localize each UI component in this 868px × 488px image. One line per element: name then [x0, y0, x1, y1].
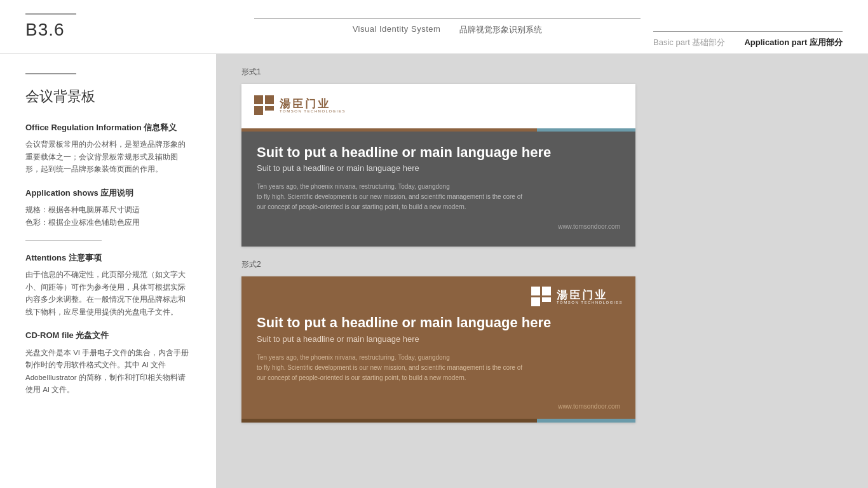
card1-website: www.tomsondoor.com: [558, 223, 620, 230]
card1: 湯臣门业 TOMSON TECHNOLOGIES Suit to put a h…: [241, 84, 635, 247]
section-cdrom-title: CD-ROM file 光盘文件: [25, 330, 191, 341]
svg-rect-4: [531, 287, 540, 295]
sidebar-section-app: Application shows 应用说明 规格：根据各种电脑屏幕尺寸调适 色…: [25, 187, 191, 229]
card2-footer: www.tomsondoor.com: [241, 393, 635, 419]
card1-bar-teal: [537, 128, 635, 132]
section-app-title: Application shows 应用说明: [25, 187, 191, 199]
svg-rect-7: [542, 297, 551, 302]
page-code: B3.6: [25, 20, 241, 40]
card1-body-text: Ten years ago, the phoenix nirvana, rest…: [257, 182, 620, 212]
card2-logo-cn: 湯臣门业: [557, 290, 623, 301]
card2: 湯臣门业 TOMSON TECHNOLOGIES Suit to put a h…: [241, 276, 635, 422]
card1-wrapper: 湯臣门业 TOMSON TECHNOLOGIES Suit to put a h…: [241, 84, 843, 247]
card2-wrapper: 湯臣门业 TOMSON TECHNOLOGIES Suit to put a h…: [241, 276, 843, 422]
svg-rect-1: [265, 95, 274, 104]
svg-rect-6: [531, 297, 540, 306]
card2-bar-teal: [537, 419, 635, 423]
card1-headline-big: Suit to put a headline or main language …: [257, 144, 620, 161]
tomson-logo-icon: [254, 95, 276, 117]
section-app-body: 规格：根据各种电脑屏幕尺寸调适 色彩：根据企业标准色辅助色应用: [25, 204, 191, 229]
header-right: Basic part 基础部分 Application part 应用部分: [653, 31, 843, 48]
sidebar: 会议背景板 Office Regulation Information 信息释义…: [0, 54, 216, 488]
header: B3.6 Visual Identity System 品牌视觉形象识别系统 B…: [0, 0, 868, 54]
header-left: B3.6: [25, 13, 241, 40]
card2-logo: 湯臣门业 TOMSON TECHNOLOGIES: [531, 287, 623, 308]
svg-rect-0: [254, 95, 263, 104]
form1-label: 形式1: [241, 67, 843, 78]
card1-header: 湯臣门业 TOMSON TECHNOLOGIES: [241, 84, 635, 128]
svg-rect-2: [254, 106, 263, 115]
card2-header: 湯臣门业 TOMSON TECHNOLOGIES: [241, 276, 635, 315]
sidebar-title: 会议背景板: [25, 87, 191, 106]
content-area: 形式1 湯臣门业 TOMS: [216, 54, 868, 488]
card1-body: Suit to put a headline or main language …: [241, 132, 635, 247]
card1-logo-text: 湯臣门业 TOMSON TECHNOLOGIES: [280, 98, 346, 114]
basic-part-label: Basic part 基础部分: [653, 37, 725, 48]
form2-label: 形式2: [241, 259, 843, 270]
section-attention-body: 由于信息的不确定性，此页部分规范（如文字大小、间距等）可作为参考使用，具体可根据…: [25, 269, 191, 318]
section-info-body: 会议背景板常用的办公材料，是塑造品牌形象的重要载体之一；会议背景板常规形式及辅助…: [25, 139, 191, 176]
main-layout: 会议背景板 Office Regulation Information 信息释义…: [0, 54, 868, 488]
tomson-logo-icon-white: [531, 287, 553, 308]
card2-logo-text: 湯臣门业 TOMSON TECHNOLOGIES: [557, 290, 623, 305]
card2-website: www.tomsondoor.com: [558, 403, 620, 410]
sidebar-section-attention: Attentions 注意事项 由于信息的不确定性，此页部分规范（如文字大小、间…: [25, 252, 191, 318]
card1-accent-bar: [241, 128, 635, 132]
card1-headline-sub: Suit to put a headline or main language …: [257, 163, 620, 173]
svg-rect-5: [542, 287, 551, 295]
card1-logo: 湯臣门业 TOMSON TECHNOLOGIES: [254, 95, 346, 117]
card2-bar-dark-brown: [241, 419, 537, 423]
sidebar-top-border: [25, 73, 76, 74]
application-part-label: Application part 应用部分: [744, 37, 843, 48]
section-attention-title: Attentions 注意事项: [25, 252, 191, 264]
vi-system-en: Visual Identity System: [353, 24, 441, 36]
sidebar-divider: [25, 240, 102, 241]
card2-headline-sub: Suit to put a headline or main language …: [257, 334, 620, 344]
sidebar-section-cdrom: CD-ROM file 光盘文件 光盘文件是本 VI 手册电子文件的集合，内含手…: [25, 330, 191, 396]
vi-system-cn: 品牌视觉形象识别系统: [459, 24, 542, 36]
card1-footer: www.tomsondoor.com: [257, 220, 620, 231]
card2-logo-en: TOMSON TECHNOLOGIES: [557, 301, 623, 305]
card2-accent-bar: [241, 419, 635, 423]
card1-logo-cn: 湯臣门业: [280, 98, 346, 109]
card2-body: Suit to put a headline or main language …: [241, 315, 635, 393]
card1-bar-brown: [241, 128, 537, 132]
card2-body-text: Ten years ago, the phoenix nirvana, rest…: [257, 353, 620, 383]
card1-logo-en: TOMSON TECHNOLOGIES: [280, 109, 346, 114]
svg-rect-3: [265, 106, 274, 111]
section-info-title: Office Regulation Information 信息释义: [25, 122, 191, 133]
section-cdrom-body: 光盘文件是本 VI 手册电子文件的集合，内含手册制作时的专用软件格式文件。其中 …: [25, 347, 191, 396]
card2-headline-big: Suit to put a headline or main language …: [257, 315, 620, 331]
sidebar-section-info: Office Regulation Information 信息释义 会议背景板…: [25, 122, 191, 176]
header-center: Visual Identity System 品牌视觉形象识别系统: [254, 18, 641, 36]
